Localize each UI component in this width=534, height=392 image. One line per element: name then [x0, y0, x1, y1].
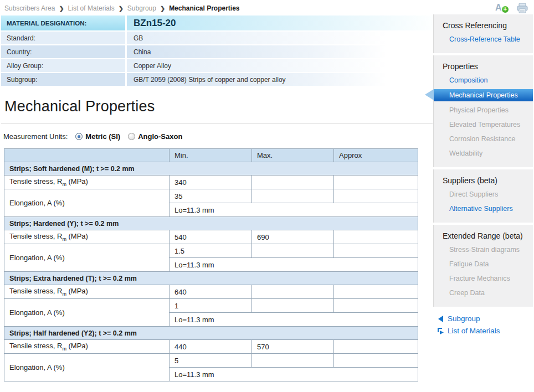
property-label: Elongation, A (%) [4, 244, 170, 272]
sidebar-section-properties: Properties Composition Mechanical Proper… [433, 55, 533, 167]
property-label: Elongation, A (%) [4, 189, 170, 217]
return-arrow-icon [437, 327, 444, 335]
sidebar-item-fracture-mechanics: Fracture Mechanics [434, 271, 533, 286]
breadcrumb-separator-icon: ❯ [160, 5, 165, 12]
sidebar-section-extended-range: Extended Range (beta) Stress-Strain diag… [433, 225, 533, 307]
right-sidebar: Cross Referencing Cross-Reference Table … [433, 14, 533, 339]
sidebar-item-elevated-temperatures: Elevated Temperatures [434, 117, 533, 132]
sidebar-item-direct-suppliers: Direct Suppliers [434, 187, 533, 202]
row-value: Copper Alloy [127, 59, 433, 72]
section-heading: Extended Range (beta) [434, 230, 533, 243]
measurement-units: Measurement Units: Metric (SI) Anglo-Sax… [3, 132, 433, 141]
breadcrumb-list-of-materials[interactable]: List of Materials [68, 4, 115, 12]
radio-metric-si[interactable]: Metric (SI) [75, 132, 120, 141]
breadcrumb-current: Mechanical Properties [169, 4, 239, 12]
elongation-note: Lo=11.3 mm [170, 368, 418, 381]
radio-label: Anglo-Saxon [138, 132, 182, 141]
table-row-elongation: Elongation, A (%) 5 [4, 354, 418, 368]
section-heading: Suppliers (beta) [434, 175, 533, 187]
group-header-row: Strips; Hardened (Y); t >= 0.2 mm [4, 217, 418, 230]
table-row-tensile: Tensile stress, Rm (MPa) 440 570 [4, 340, 418, 354]
designation-row-country: Country: China [1, 45, 433, 58]
designation-row-standard: Standard: GB [1, 32, 433, 44]
elongation-note: Lo=11.3 mm [170, 203, 418, 217]
back-arrow-icon [437, 316, 444, 322]
page: Subscribers Area ❯ List of Materials ❯ S… [0, 0, 534, 392]
value-approx [334, 189, 418, 203]
property-label: Tensile stress, Rm (MPa) [4, 176, 170, 189]
table-row-tensile: Tensile stress, Rm (MPa) 640 [4, 285, 418, 299]
designation-row-subgroup: Subgroup: GB/T 2059 (2008) Strips of cop… [1, 73, 433, 86]
font-size-letter: A [495, 3, 502, 12]
elongation-note: Lo=11.3 mm [170, 258, 418, 272]
sidebar-item-cross-reference-table[interactable]: Cross-Reference Table [434, 32, 533, 47]
top-icons: A + [495, 3, 528, 14]
table-row-tensile: Tensile stress, Rm (MPa) 340 [4, 176, 418, 189]
sidebar-item-weldability: Weldability [434, 146, 533, 161]
designation-row-alloy-group: Alloy Group: Copper Alloy [1, 59, 433, 72]
value-max [252, 176, 334, 189]
sidebar-item-composition[interactable]: Composition [434, 73, 533, 87]
radio-button-icon[interactable] [75, 133, 83, 140]
property-label: Elongation, A (%) [4, 299, 170, 327]
sidebar-item-mechanical-properties[interactable]: Mechanical Properties [434, 89, 533, 101]
row-label: Country: [1, 45, 125, 58]
value-max [252, 285, 334, 299]
radio-button-icon[interactable] [128, 133, 135, 140]
value-approx [334, 340, 418, 354]
page-title: Mechanical Properties [4, 98, 433, 115]
value-min: 35 [170, 189, 252, 203]
property-label: Elongation, A (%) [4, 354, 170, 381]
row-value: China [127, 45, 433, 58]
table-row-elongation: Elongation, A (%) 1 [4, 299, 418, 313]
value-max [252, 354, 334, 368]
font-size-increase-icon[interactable]: A + [495, 3, 509, 14]
value-max [252, 299, 334, 313]
value-approx [334, 299, 418, 313]
value-approx [334, 354, 418, 368]
breadcrumb-separator-icon: ❯ [119, 5, 124, 12]
group-title: Strips; Soft hardened (M); t >= 0.2 mm [4, 162, 418, 176]
value-min: 1 [170, 299, 252, 313]
sidebar-item-alternative-suppliers[interactable]: Alternative Suppliers [434, 202, 533, 216]
value-approx [334, 230, 418, 244]
row-label: Standard: [1, 32, 125, 44]
group-title: Strips; Extra hardened (T); t >= 0.2 mm [4, 272, 418, 285]
value-min: 440 [170, 340, 252, 354]
value-min: 540 [170, 230, 252, 244]
back-link-label: List of Materials [448, 327, 500, 335]
section-heading: Properties [434, 61, 533, 73]
value-min: 640 [170, 285, 252, 299]
property-label: Tensile stress, Rm (MPa) [4, 285, 170, 299]
value-min: 5 [170, 354, 252, 368]
print-icon[interactable] [516, 3, 528, 14]
material-designation-table: MATERIAL DESIGNATION: BZn15-20 Standard:… [1, 16, 433, 86]
back-link-list-of-materials[interactable]: List of Materials [437, 327, 533, 335]
row-label: Alloy Group: [1, 59, 125, 72]
designation-header-row: MATERIAL DESIGNATION: BZn15-20 [1, 16, 433, 30]
breadcrumb-subgroup[interactable]: Subgroup [127, 4, 156, 12]
value-approx [334, 285, 418, 299]
value-min: 340 [170, 176, 252, 189]
row-label: Subgroup: [1, 73, 125, 86]
breadcrumb: Subscribers Area ❯ List of Materials ❯ S… [4, 4, 240, 12]
column-header-max: Max. [252, 149, 334, 162]
breadcrumb-separator-icon: ❯ [59, 5, 64, 12]
column-header-approx: Approx [334, 149, 418, 162]
mechanical-properties-table: Min. Max. Approx Strips; Soft hardened (… [4, 148, 418, 381]
back-link-label: Subgroup [448, 314, 480, 323]
group-title: Strips; Hardened (Y); t >= 0.2 mm [4, 217, 418, 230]
breadcrumb-subscribers-area[interactable]: Subscribers Area [4, 4, 55, 12]
group-title: Strips; Half hardened (Y2); t >= 0.2 mm [4, 327, 418, 340]
sidebar-item-fatigue-data: Fatigue Data [434, 257, 533, 271]
back-link-subgroup[interactable]: Subgroup [437, 314, 533, 323]
value-max: 690 [252, 230, 334, 244]
value-max: 570 [252, 340, 334, 354]
row-value: GB/T 2059 (2008) Strips of copper and co… [127, 73, 433, 86]
value-min: 1.5 [170, 244, 252, 258]
sidebar-item-corrosion-resistance: Corrosion Resistance [434, 132, 533, 146]
measurement-units-label: Measurement Units: [3, 132, 68, 141]
elongation-note: Lo=11.3 mm [170, 313, 418, 327]
radio-anglo-saxon[interactable]: Anglo-Saxon [128, 132, 182, 141]
column-header-row: Min. Max. Approx [4, 149, 418, 162]
